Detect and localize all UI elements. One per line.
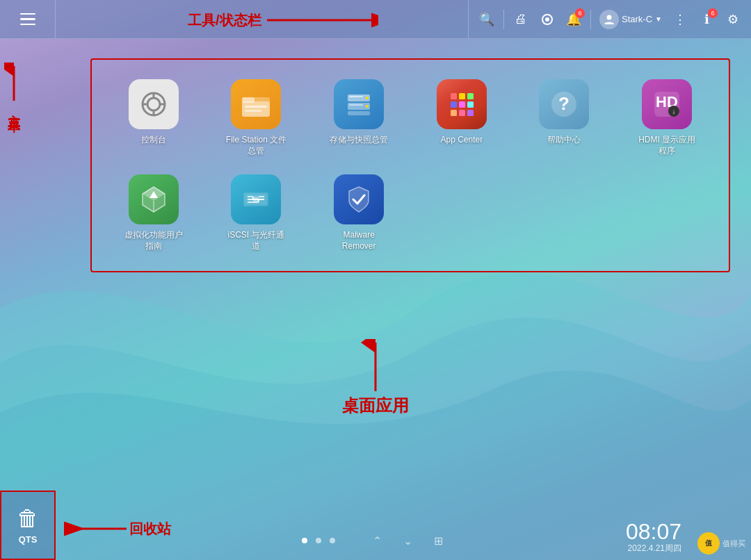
taskbar-left	[0, 0, 56, 38]
filestation-icon-img	[231, 79, 281, 129]
app-iscsi-label: iSCSI 与光纤通道	[225, 230, 287, 252]
nav-up-icon[interactable]: ⌃	[366, 529, 388, 552]
app-malware[interactable]: Malware Remover	[311, 169, 407, 257]
clock-date: 2022.4.21周四	[626, 543, 681, 554]
desktop-area: 控制台 File Station 文件总管	[0, 39, 751, 521]
app-filestation[interactable]: File Station 文件总管	[209, 74, 305, 162]
notification-icon[interactable]: 🔔 6	[561, 7, 586, 32]
app-appcenter[interactable]: App Center	[414, 74, 510, 162]
nav-down-icon[interactable]: ⌄	[396, 529, 419, 552]
separator-2	[590, 10, 591, 29]
svg-point-18	[366, 105, 369, 108]
info-icon[interactable]: ℹ 6	[694, 7, 719, 32]
svg-rect-23	[467, 93, 474, 99]
user-name: Stark-C	[622, 14, 652, 24]
clock-time: 08:07	[626, 520, 681, 543]
storage-icon-img	[334, 79, 384, 129]
hdmi-icon-img: HD ↓	[642, 79, 692, 129]
help-icon-img: ?	[539, 79, 589, 129]
svg-rect-21	[451, 93, 457, 99]
app-virtual-label: 虚拟化功能用户指南	[122, 230, 185, 252]
taskbar-right: 🔍 🖨 🔔 6 Stark-C ▼ ⋮ ℹ	[468, 0, 751, 38]
app-help-label: 帮助中心	[547, 135, 581, 146]
svg-point-4	[147, 98, 160, 110]
app-hdmi[interactable]: HD ↓ HDMI 显示应用程序	[619, 74, 715, 162]
search-icon[interactable]: 🔍	[474, 7, 499, 32]
watermark: 值 值得买	[697, 532, 745, 554]
print-icon[interactable]: 🖨	[508, 7, 533, 32]
app-console-label: 控制台	[141, 135, 166, 146]
svg-rect-29	[467, 110, 474, 116]
page-dot-2[interactable]	[316, 538, 321, 543]
svg-rect-13	[245, 110, 261, 112]
scan-icon[interactable]	[535, 7, 560, 32]
desktop-apps-label: 桌面应用	[342, 395, 409, 417]
user-menu[interactable]: Stark-C ▼	[595, 7, 666, 32]
app-help[interactable]: ? 帮助中心	[517, 74, 613, 162]
svg-rect-10	[242, 101, 270, 117]
apps-grid: 控制台 File Station 文件总管	[90, 58, 730, 272]
svg-rect-20	[349, 104, 363, 106]
clock-area: 08:07 2022.4.21周四	[626, 520, 681, 554]
nav-grid-icon[interactable]: ⊞	[427, 529, 449, 552]
iscsi-icon-img	[231, 174, 281, 224]
svg-rect-12	[245, 106, 267, 108]
app-hdmi-label: HDMI 显示应用程序	[636, 135, 698, 156]
app-filestation-label: File Station 文件总管	[225, 135, 287, 156]
appcenter-icon-img	[437, 79, 487, 129]
svg-text:↓: ↓	[672, 108, 676, 115]
taskbar: 🔍 🖨 🔔 6 Stark-C ▼ ⋮ ℹ	[0, 0, 751, 39]
settings-icon[interactable]: ⚙	[720, 7, 745, 32]
page-dot-1[interactable]	[302, 538, 307, 543]
svg-point-1	[545, 17, 549, 22]
app-storage-label: 存储与快照总管	[330, 135, 388, 146]
separator-1	[503, 10, 504, 29]
svg-rect-11	[242, 97, 255, 103]
page-dot-3[interactable]	[330, 538, 335, 543]
virtual-icon-img	[129, 174, 179, 224]
svg-rect-28	[459, 110, 465, 116]
hamburger-menu-button[interactable]	[13, 4, 43, 35]
svg-rect-24	[451, 101, 457, 108]
desktop-apps-annotation: 桌面应用	[342, 339, 409, 417]
svg-rect-22	[459, 93, 465, 99]
malware-icon-img	[334, 174, 384, 224]
notification-badge: 6	[575, 8, 585, 18]
trash-bin[interactable]: 🗑 QTS	[0, 491, 56, 560]
app-console[interactable]: 控制台	[106, 74, 202, 162]
watermark-text: 值得买	[722, 538, 745, 549]
svg-point-17	[366, 97, 369, 99]
svg-rect-25	[459, 101, 465, 108]
app-appcenter-label: App Center	[440, 135, 483, 146]
trash-label: QTS	[19, 534, 38, 545]
svg-rect-26	[467, 101, 474, 108]
avatar	[599, 10, 619, 29]
svg-rect-19	[349, 96, 363, 97]
svg-point-2	[607, 15, 612, 19]
app-storage[interactable]: 存储与快照总管	[311, 74, 407, 162]
svg-rect-27	[451, 110, 457, 116]
chevron-down-icon: ▼	[655, 15, 662, 23]
app-iscsi[interactable]: iSCSI 与光纤通道	[209, 169, 305, 257]
svg-text:?: ?	[559, 93, 570, 114]
app-virtual[interactable]: 虚拟化功能用户指南	[106, 169, 202, 257]
trash-icon: 🗑	[17, 506, 39, 532]
svg-rect-16	[348, 111, 370, 115]
console-icon-img	[129, 79, 179, 129]
info-badge: 6	[708, 8, 718, 18]
svg-rect-48	[253, 197, 259, 202]
app-malware-label: Malware Remover	[328, 230, 390, 252]
more-options-icon[interactable]: ⋮	[668, 7, 693, 32]
watermark-logo: 值	[697, 532, 720, 554]
